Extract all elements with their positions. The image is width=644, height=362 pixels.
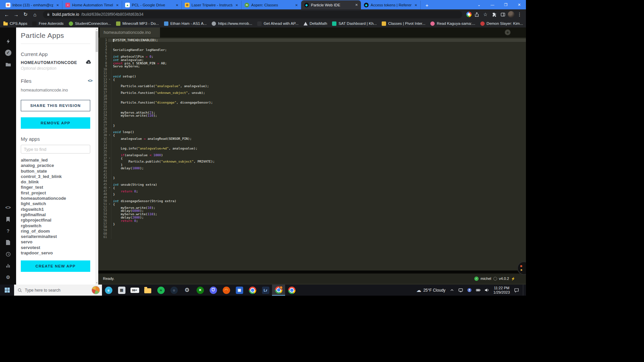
code-line[interactable]: 26	[98, 121, 526, 124]
taskbar-app-steam[interactable]: ○	[167, 285, 180, 296]
help-icon[interactable]: ?	[0, 227, 16, 235]
code-line[interactable]: 56 return 0;	[98, 219, 526, 223]
browser-tab-gmail[interactable]: MInbox (13) - emham@cps.edu - (✕	[3, 1, 62, 9]
code-line[interactable]: 60	[98, 232, 526, 236]
volume-icon[interactable]	[484, 287, 490, 293]
tab-close-icon[interactable]: ✕	[234, 3, 239, 7]
code-line[interactable]: 13▾{	[98, 78, 526, 81]
app-list-item[interactable]: first_project	[21, 190, 90, 196]
taskbar-app-file-explorer[interactable]	[141, 285, 154, 296]
app-list-item[interactable]: analog_practice	[21, 163, 90, 168]
remove-app-button[interactable]: REMOVE APP	[21, 117, 90, 129]
code-line[interactable]: 57}	[98, 223, 526, 226]
bookmark-item[interactable]: Free Asteroids	[32, 21, 63, 26]
forward-icon[interactable]: →	[12, 10, 20, 18]
code-area[interactable]: 1SYSTEM_THREAD(ENABLED);234SerialLogHand…	[98, 38, 526, 270]
code-line[interactable]: 5	[98, 52, 526, 55]
code-line[interactable]: 48}	[98, 193, 526, 196]
teams-icon[interactable]	[467, 287, 472, 293]
usage-chart-icon[interactable]	[0, 261, 16, 270]
taskbar-app-badge-99[interactable]: 99+	[128, 285, 141, 296]
settings-gear-icon[interactable]: ⚙	[0, 273, 16, 282]
tab-close-icon[interactable]: ✕	[55, 3, 60, 7]
fold-arrow-icon[interactable]: ▾	[108, 203, 111, 206]
code-line[interactable]: 59	[98, 229, 526, 232]
code-line[interactable]: 53 delay(6000);	[98, 209, 526, 213]
code-line[interactable]: 6int photocellPin = 0;	[98, 55, 526, 58]
code-line[interactable]: 54 myServo.write(110);	[98, 213, 526, 216]
taskbar-app-chrome-profile-2[interactable]	[285, 285, 298, 296]
bookmark-item[interactable]: DeltaMath	[304, 21, 327, 25]
app-list-item[interactable]: servotest	[21, 245, 90, 250]
fold-arrow-icon[interactable]: ▾	[108, 134, 111, 137]
taskbar-app-calculator[interactable]: ▦	[115, 285, 128, 296]
taskbar-app-spotify[interactable]: ≈	[154, 285, 167, 296]
weather-widget[interactable]: ☁ 25°F Cloudy	[416, 287, 445, 293]
code-line[interactable]: 27}	[98, 124, 526, 127]
code-line[interactable]: 41	[98, 170, 526, 173]
taskbar-app-blue-square-app[interactable]: ▣	[233, 285, 246, 296]
app-list-item[interactable]: finger_test	[21, 185, 90, 190]
code-line[interactable]: 44	[98, 180, 526, 183]
taskbar-search[interactable]: Type here to search	[14, 285, 102, 296]
code-line[interactable]: 42	[98, 173, 526, 177]
bookmark-item[interactable]: CPS Apps	[3, 21, 27, 25]
app-list-item[interactable]: alternate_led	[21, 158, 90, 163]
scrollbar-thumb[interactable]	[96, 31, 98, 52]
docs-icon[interactable]	[0, 238, 16, 247]
libraries-bookmark-icon[interactable]	[0, 215, 16, 224]
bookmark-item[interactable]: Ethan Ham - AS1 A...	[164, 21, 207, 26]
code-line[interactable]: 12void setup()	[98, 75, 526, 78]
tab-close-icon[interactable]: ✕	[115, 3, 120, 7]
code-line[interactable]: 52 myServo.write(10);	[98, 206, 526, 209]
code-line[interactable]: 22	[98, 108, 526, 111]
menu-dots-icon[interactable]: ⋮	[516, 11, 523, 18]
code-line[interactable]: 21	[98, 104, 526, 108]
back-icon[interactable]: ←	[3, 10, 11, 18]
code-line[interactable]: 17 Particle.function("unknown_subject", …	[98, 91, 526, 95]
code-line[interactable]: 45int unsub(String extra)	[98, 183, 526, 186]
console-clock-icon[interactable]	[0, 250, 16, 258]
code-line[interactable]: 10	[98, 68, 526, 71]
save-folder-icon[interactable]	[0, 60, 16, 69]
fold-arrow-icon[interactable]: ▾	[108, 157, 111, 160]
code-line[interactable]: 36 if(analogvalue < 1000)	[98, 154, 526, 157]
create-new-app-button[interactable]: CREATE NEW APP	[21, 260, 90, 272]
app-description-placeholder[interactable]: Optional description	[21, 66, 90, 71]
code-line[interactable]: 15 Particle.variable("analogvalue", anal…	[98, 84, 526, 88]
browser-tab-slides[interactable]: ▪Home Automation Timeline SY2✕	[62, 1, 122, 9]
scroll-up-icon[interactable]: ▲	[95, 28, 98, 30]
app-list-item[interactable]: rgbfinalfinal	[21, 212, 90, 218]
bookmark-star-icon[interactable]: ☆	[482, 11, 489, 18]
extensions-puzzle-icon[interactable]	[490, 11, 498, 18]
address-bar[interactable]: build.particle.io/build/638e2028f904b803…	[43, 11, 462, 18]
app-list-item[interactable]: control_3_led_blink	[21, 174, 90, 179]
flash-icon[interactable]	[0, 37, 16, 46]
sidebar-scrollbar[interactable]: ▲ ▼	[95, 27, 98, 285]
taskbar-app-xbox[interactable]: ✕	[194, 285, 207, 296]
monitor-icon[interactable]	[458, 287, 464, 293]
code-line[interactable]: 2	[98, 42, 526, 45]
cloud-download-icon[interactable]	[86, 59, 92, 64]
code-line[interactable]: 32	[98, 140, 526, 144]
code-line[interactable]: 61	[98, 236, 526, 239]
reload-icon[interactable]: ↻	[21, 10, 30, 18]
tab-close-icon[interactable]: ✕	[294, 3, 299, 7]
share-icon[interactable]	[473, 11, 480, 18]
tab-close-icon[interactable]: ✕	[414, 3, 418, 7]
code-line[interactable]: 8const pin_t SENSOR_PIN = A0;	[98, 62, 526, 65]
verify-icon[interactable]: ✓	[0, 48, 16, 57]
code-line[interactable]: 20 Particle.function("disengage", diseng…	[98, 101, 526, 104]
google-icon[interactable]	[466, 12, 472, 17]
bookmark-item[interactable]: Demon Slayer: Kim...	[480, 21, 523, 26]
tab-search-icon[interactable]: ⌄	[472, 3, 486, 7]
code-line[interactable]: 25	[98, 117, 526, 121]
bookmark-item[interactable]: Minecraft MP3 - Do...	[116, 21, 159, 26]
code-line[interactable]: 46▾{	[98, 186, 526, 190]
app-list-item[interactable]: rgbprojectfinal	[21, 218, 90, 223]
show-desktop-button[interactable]	[523, 285, 525, 296]
code-view-icon[interactable]: <>	[88, 78, 92, 83]
close-button[interactable]: ✕	[513, 3, 526, 7]
bookmark-item[interactable]: SAT Dashboard | Kh...	[332, 21, 377, 26]
code-line[interactable]: 40 delay(1000);	[98, 167, 526, 170]
